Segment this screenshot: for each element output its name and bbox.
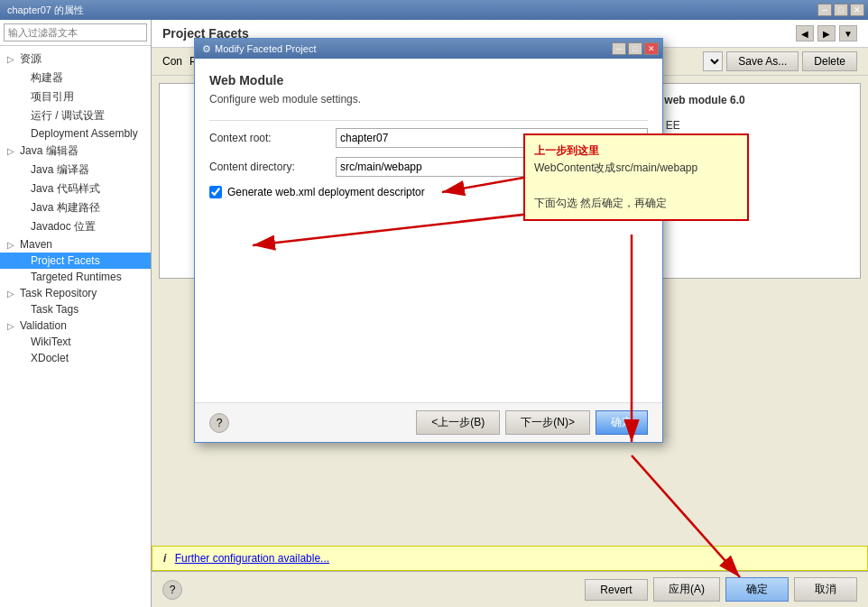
modal-ok-button[interactable]: 确定 (596, 410, 648, 435)
modal-section-desc: Configure web module settings. (209, 93, 648, 106)
checkbox-label: Generate web.xml deployment descriptor (227, 186, 425, 198)
generate-webxml-checkbox[interactable] (209, 186, 222, 198)
modal-minimize-button[interactable]: ─ (612, 42, 626, 55)
modal-help-button[interactable]: ? (209, 413, 229, 433)
modal-section-title: Web Module (209, 73, 648, 87)
modal-maximize-button[interactable]: □ (628, 42, 642, 55)
modal-title-bar: ⚙ Modify Faceted Project ─ □ ✕ (195, 39, 662, 59)
modal-spacer (209, 207, 648, 388)
modal-back-button[interactable]: <上一步(B) (416, 410, 500, 435)
modal-footer-buttons: <上一步(B) 下一步(N)> 确定 (416, 410, 648, 435)
modal-dialog: ⚙ Modify Faceted Project ─ □ ✕ Web Modul… (194, 38, 663, 443)
modal-title-buttons: ─ □ ✕ (612, 42, 659, 55)
context-root-label: Context root: (209, 132, 336, 144)
modal-footer: ? <上一步(B) 下一步(N)> 确定 (195, 402, 662, 442)
callout: 上一步到这里 WebContent改成src/main/webapp 下面勾选 … (523, 133, 749, 221)
modal-overlay: ⚙ Modify Faceted Project ─ □ ✕ Web Modul… (0, 0, 868, 607)
callout-line1: WebContent改成src/main/webapp (534, 160, 738, 177)
modal-body: Web Module Configure web module settings… (195, 59, 662, 402)
modal-title-icon: ⚙ (202, 43, 211, 55)
modal-close-button[interactable]: ✕ (644, 42, 659, 55)
callout-title: 上一步到这里 (534, 143, 738, 160)
callout-line2: 下面勾选 然后确定，再确定 (534, 195, 738, 212)
content-dir-label: Content directory: (209, 161, 336, 173)
modal-next-button[interactable]: 下一步(N)> (505, 410, 590, 435)
modal-title-text: Modify Faceted Project (215, 43, 317, 54)
modal-divider (209, 120, 648, 121)
